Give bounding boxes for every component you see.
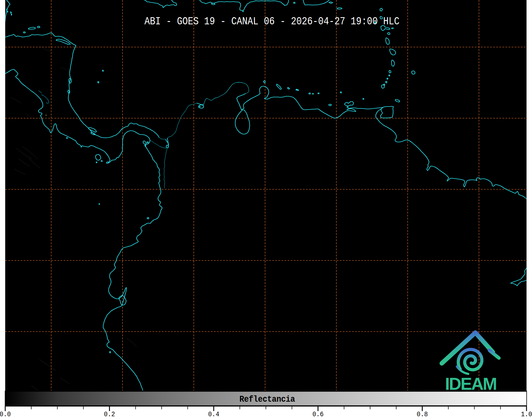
svg-text:Reflectancia: Reflectancia (239, 394, 295, 404)
svg-text:ABI - GOES 19 - CANAL 06 - 202: ABI - GOES 19 - CANAL 06 - 2026-04-27 19… (144, 16, 399, 28)
svg-text:0.4: 0.4 (208, 410, 219, 417)
svg-text:0.8: 0.8 (417, 410, 428, 417)
svg-text:1.0: 1.0 (521, 410, 532, 417)
svg-text:0.0: 0.0 (0, 410, 11, 417)
svg-text:0.2: 0.2 (104, 410, 115, 417)
svg-text:0.6: 0.6 (312, 410, 324, 417)
